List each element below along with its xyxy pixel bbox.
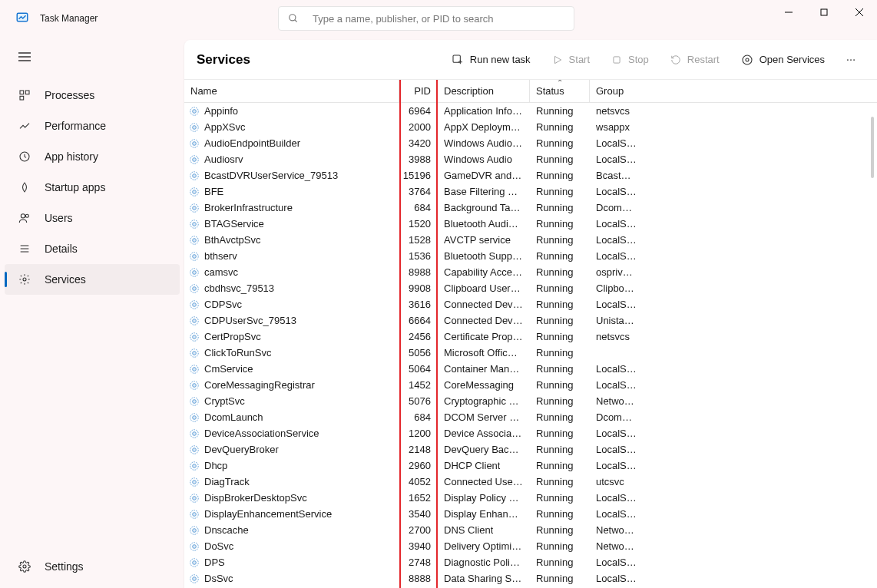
table-row[interactable]: CryptSvc5076Cryptographic S…RunningNetwo…: [184, 393, 877, 409]
service-group: LocalSyst…: [596, 137, 637, 149]
sidebar-item-processes[interactable]: Processes: [5, 80, 180, 111]
stop-button[interactable]: Stop: [602, 46, 658, 74]
table-row[interactable]: DPS2748Diagnostic Polic…RunningLocalServ…: [184, 554, 877, 570]
service-desc: Application Infor…: [444, 105, 523, 117]
table-row[interactable]: BthAvctpSvc1528AVCTP serviceRunningLocal…: [184, 232, 877, 248]
service-status: Running: [530, 312, 590, 329]
svg-point-81: [193, 512, 197, 516]
table-row[interactable]: bthserv1536Bluetooth Suppo…RunningLocalS…: [184, 248, 877, 264]
table-row[interactable]: DiagTrack4052Connected User …Runningutcs…: [184, 474, 877, 490]
service-icon: [189, 203, 200, 213]
sidebar-item-settings[interactable]: Settings: [5, 551, 180, 582]
svg-point-47: [193, 238, 197, 242]
table-row[interactable]: DisplayEnhancementService3540Display Enh…: [184, 506, 877, 522]
table-row[interactable]: BTAGService1520Bluetooth Audio …RunningL…: [184, 216, 877, 232]
svg-point-15: [25, 214, 28, 217]
table-row[interactable]: CmService5064Container Mana…RunningLocal…: [184, 361, 877, 377]
service-group: LocalServ…: [596, 186, 637, 197]
service-status: Running: [530, 570, 590, 586]
table-row[interactable]: Dhcp2960DHCP ClientRunningLocalServ…: [184, 458, 877, 474]
play-icon: [552, 55, 563, 65]
service-icon: [189, 315, 200, 326]
table-row[interactable]: CertPropSvc2456Certificate Propa…Running…: [184, 329, 877, 345]
close-button[interactable]: [842, 0, 877, 25]
column-pid[interactable]: PID: [399, 80, 438, 102]
restart-button[interactable]: Restart: [661, 46, 729, 74]
restart-label: Restart: [687, 54, 720, 65]
hamburger-button[interactable]: [9, 43, 40, 71]
svg-point-39: [193, 173, 197, 177]
table-row[interactable]: CDPUserSvc_795136664Connected Devic…Runn…: [184, 312, 877, 329]
table-row[interactable]: BFE3764Base Filtering En…RunningLocalSer…: [184, 183, 877, 200]
table-row[interactable]: BcastDVRUserService_7951315196GameDVR an…: [184, 167, 877, 183]
service-status: Running: [530, 167, 590, 183]
table-row[interactable]: Appinfo6964Application Infor…Runningnets…: [184, 103, 877, 119]
table-row[interactable]: Dnscache2700DNS ClientRunningNetworkS…: [184, 522, 877, 538]
table-row[interactable]: AppXSvc2000AppX Deployme…Runningwsappx: [184, 119, 877, 135]
column-group[interactable]: Group: [590, 80, 644, 102]
sidebar-item-users[interactable]: Users: [5, 203, 180, 233]
column-name[interactable]: Name: [184, 80, 399, 102]
sidebar-item-services[interactable]: Services: [5, 264, 180, 295]
run-new-task-button[interactable]: Run new task: [442, 46, 540, 74]
sidebar-item-startup-apps[interactable]: Startup apps: [5, 172, 180, 203]
table-row[interactable]: CoreMessagingRegistrar1452CoreMessagingR…: [184, 377, 877, 393]
scrollbar[interactable]: [871, 117, 874, 178]
column-status[interactable]: ⌃Status: [530, 80, 590, 102]
table-row[interactable]: camsvc8988Capability Acces…Runningospriv…: [184, 264, 877, 280]
search-input[interactable]: Type a name, publisher, or PID to search: [278, 6, 574, 31]
table-row[interactable]: CDPSvc3616Connected Devic…RunningLocalSe…: [184, 296, 877, 312]
more-button[interactable]: [837, 46, 865, 74]
service-pid: 684: [399, 409, 438, 425]
table-row[interactable]: DevQueryBroker2148DevQuery Backg…Running…: [184, 441, 877, 458]
svg-rect-4: [821, 9, 827, 15]
svg-point-53: [193, 286, 197, 290]
svg-point-55: [193, 302, 197, 306]
table-row[interactable]: ClickToRunSvc5056Microsoft Office…Runnin…: [184, 345, 877, 361]
services-icon: [17, 273, 32, 286]
service-icon: [189, 170, 200, 181]
table-row[interactable]: cbdhsvc_795139908Clipboard User …Running…: [184, 280, 877, 296]
service-group: netsvcs: [596, 105, 630, 117]
service-status: Running: [530, 151, 590, 167]
sidebar-item-details[interactable]: Details: [5, 233, 180, 264]
service-desc: Bluetooth Audio …: [444, 218, 523, 230]
service-icon: [189, 154, 200, 165]
open-services-button[interactable]: Open Services: [732, 46, 834, 74]
service-pid: 1200: [399, 425, 438, 441]
svg-point-35: [193, 141, 197, 145]
table-row[interactable]: DispBrokerDesktopSvc1652Display Policy S…: [184, 490, 877, 506]
maximize-button[interactable]: [806, 0, 842, 25]
service-name: Dnscache: [204, 524, 249, 536]
service-pid: 4052: [399, 474, 438, 490]
table-row[interactable]: DeviceAssociationService1200Device Assoc…: [184, 425, 877, 441]
column-description[interactable]: Description: [438, 80, 530, 102]
service-icon: [189, 251, 200, 262]
svg-point-59: [193, 335, 197, 339]
service-group: netsvcs: [596, 331, 630, 342]
service-icon: [189, 106, 200, 117]
table-row[interactable]: Audiosrv3988Windows AudioRunningLocalSer…: [184, 151, 877, 167]
service-name: DcomLaunch: [204, 411, 263, 423]
sidebar-item-app-history[interactable]: App history: [5, 141, 180, 172]
table-row[interactable]: AudioEndpointBuilder3420Windows Audio …R…: [184, 135, 877, 151]
start-button[interactable]: Start: [543, 46, 599, 74]
table-row[interactable]: DoSvc3940Delivery Optimiz…RunningNetwork…: [184, 538, 877, 554]
service-icon: [189, 573, 200, 584]
service-group: LocalServ…: [596, 250, 637, 262]
table-row[interactable]: BrokerInfrastructure684Background Tas…Ru…: [184, 200, 877, 216]
minimize-button[interactable]: [771, 0, 806, 25]
service-desc: Display Enhance…: [444, 508, 523, 520]
service-pid: 684: [399, 200, 438, 216]
table-row[interactable]: DsSvc8888Data Sharing Se…RunningLocalSys…: [184, 570, 877, 586]
table-row[interactable]: DcomLaunch684DCOM Server Pr…RunningDcomL…: [184, 409, 877, 425]
service-desc: Container Mana…: [444, 363, 523, 375]
service-desc: Capability Acces…: [444, 266, 523, 278]
sidebar-item-performance[interactable]: Performance: [5, 111, 180, 141]
svg-point-31: [193, 109, 197, 113]
service-icon: [189, 541, 200, 552]
service-name: CoreMessagingRegistrar: [204, 379, 315, 391]
content-panel: Services Run new task Start Stop Restart: [184, 40, 877, 588]
service-icon: [189, 444, 200, 455]
svg-point-67: [193, 399, 197, 403]
